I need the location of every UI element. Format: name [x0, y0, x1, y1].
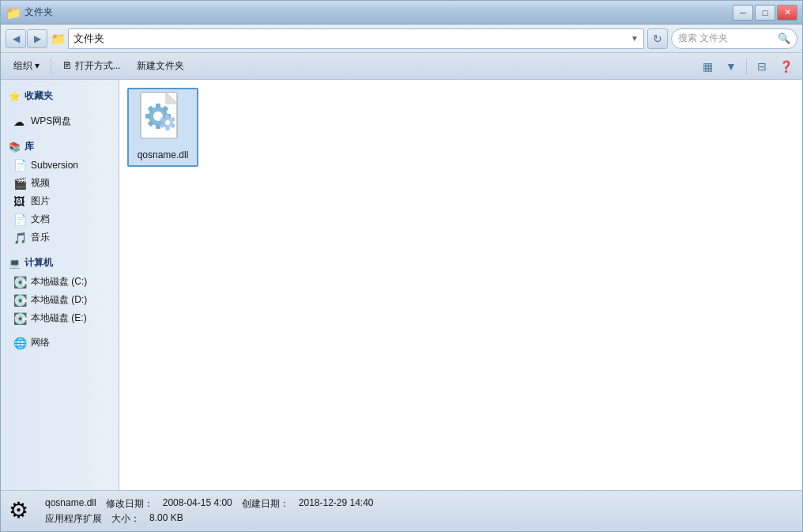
main-area: ⭐ 收藏夹 ☁ WPS网盘 📚 库 📄 Subversion 🎬 视频: [1, 80, 802, 490]
disk-c-icon: 💽: [13, 276, 26, 289]
svg-rect-5: [156, 104, 160, 108]
title-bar: 📁 文件夹 ─ □ ✕: [1, 1, 802, 25]
status-info: qosname.dll 修改日期： 2008-04-15 4:00 创建日期： …: [45, 497, 374, 526]
network-label: 网络: [31, 336, 50, 349]
picture-label: 图片: [31, 194, 50, 208]
sidebar-item-disk-c[interactable]: 💽 本地磁盘 (C:): [1, 273, 119, 291]
toolbar: 组织 ▾ 🖹 打开方式... 新建文件夹 ▦ ▼ ⊟ ❓: [1, 53, 802, 80]
title-controls: ─ □ ✕: [733, 5, 797, 21]
document-label: 文档: [31, 213, 50, 226]
status-filename: qosname.dll: [45, 497, 96, 511]
video-label: 视频: [31, 176, 50, 190]
computer-label: 计算机: [25, 256, 53, 270]
document-icon: 📄: [13, 213, 26, 226]
music-icon: 🎵: [13, 232, 26, 244]
nav-group: ◀ ▶: [6, 29, 47, 48]
status-size-value: 8.00 KB: [149, 512, 183, 526]
sidebar-gap-4: [1, 327, 119, 334]
close-button[interactable]: ✕: [777, 5, 797, 21]
sidebar: ⭐ 收藏夹 ☁ WPS网盘 📚 库 📄 Subversion 🎬 视频: [1, 80, 119, 490]
dll-icon: [138, 91, 188, 146]
file-name: qosname.dll: [138, 149, 189, 160]
sidebar-item-wps[interactable]: ☁ WPS网盘: [1, 112, 119, 130]
search-wrap[interactable]: 搜索 文件夹 🔍: [671, 28, 797, 49]
favorites-label: 收藏夹: [25, 89, 53, 103]
sidebar-computer-header[interactable]: 💻 计算机: [1, 253, 119, 273]
refresh-button[interactable]: ↻: [647, 28, 668, 49]
sidebar-gap-1: [1, 106, 119, 112]
disk-e-icon: 💽: [13, 312, 26, 325]
status-type: 应用程序扩展: [45, 512, 102, 526]
sidebar-library-header[interactable]: 📚 库: [1, 137, 119, 157]
file-item-qosname[interactable]: qosname.dll: [127, 88, 198, 167]
address-bar: ◀ ▶ 📁 文件夹 ▼ ↻ 搜索 文件夹 🔍: [1, 25, 802, 53]
computer-icon: 💻: [9, 258, 21, 269]
title-bar-title: 文件夹: [25, 6, 53, 19]
disk-e-label: 本地磁盘 (E:): [31, 311, 87, 325]
svg-rect-11: [145, 114, 150, 119]
status-created-value: 2018-12-29 14:40: [299, 497, 374, 511]
sidebar-item-subversion[interactable]: 📄 Subversion: [1, 157, 119, 174]
library-label: 库: [25, 140, 34, 153]
status-size-label: 大小：: [111, 512, 140, 526]
disk-d-label: 本地磁盘 (D:): [31, 293, 87, 307]
status-line1: qosname.dll 修改日期： 2008-04-15 4:00 创建日期： …: [45, 497, 374, 511]
status-created-label: 创建日期：: [242, 497, 289, 511]
status-file-icon: ⚙: [9, 497, 37, 526]
sidebar-item-picture[interactable]: 🖼 图片: [1, 192, 119, 210]
status-modified-value: 2008-04-15 4:00: [163, 497, 232, 511]
address-folder-icon: 📁: [51, 32, 65, 46]
title-bar-left: 📁 文件夹: [6, 6, 53, 20]
wps-icon: ☁: [13, 115, 26, 128]
title-folder-icon: 📁: [6, 6, 20, 20]
forward-button[interactable]: ▶: [27, 29, 47, 48]
back-button[interactable]: ◀: [6, 29, 26, 48]
sidebar-item-document[interactable]: 📄 文档: [1, 210, 119, 228]
sidebar-gap-3: [1, 247, 119, 253]
file-area[interactable]: qosname.dll: [119, 80, 802, 490]
view-dropdown-button[interactable]: ▼: [721, 56, 741, 77]
search-placeholder: 搜索 文件夹: [678, 32, 775, 45]
search-icon[interactable]: 🔍: [778, 32, 790, 44]
toolbar-separator-1: [51, 58, 51, 74]
library-icon: 📚: [9, 141, 21, 153]
svg-point-14: [165, 120, 170, 125]
view-toggle-button[interactable]: ▦: [697, 56, 718, 77]
new-folder-button[interactable]: 新建文件夹: [130, 56, 190, 77]
open-with-button[interactable]: 🖹 打开方式...: [56, 56, 126, 77]
toolbar-separator-2: [746, 58, 747, 74]
address-text: 文件夹: [74, 32, 631, 46]
disk-c-label: 本地磁盘 (C:): [31, 275, 87, 289]
picture-icon: 🖼: [13, 195, 26, 208]
sidebar-item-video[interactable]: 🎬 视频: [1, 174, 119, 192]
svg-rect-15: [166, 115, 170, 118]
svg-rect-18: [166, 127, 170, 130]
status-modified-label: 修改日期：: [106, 497, 153, 511]
explorer-window: 📁 文件夹 ─ □ ✕ ◀ ▶ 📁 文件夹 ▼ ↻ 搜索 文件夹 🔍 组织 ▾ …: [0, 0, 803, 532]
svg-rect-9: [156, 124, 160, 129]
star-icon: ⭐: [9, 91, 21, 102]
sidebar-item-disk-d[interactable]: 💽 本地磁盘 (D:): [1, 291, 119, 309]
sidebar-item-music[interactable]: 🎵 音乐: [1, 228, 119, 247]
dll-file-svg: [138, 91, 188, 148]
maximize-button[interactable]: □: [755, 5, 775, 21]
sidebar-gap-2: [1, 130, 119, 137]
network-icon: 🌐: [13, 337, 26, 349]
status-line2: 应用程序扩展 大小： 8.00 KB: [45, 512, 374, 526]
music-label: 音乐: [31, 231, 50, 244]
address-input-wrap[interactable]: 文件夹 ▼: [68, 28, 644, 49]
status-bar: ⚙ qosname.dll 修改日期： 2008-04-15 4:00 创建日期…: [1, 490, 802, 531]
sidebar-item-network[interactable]: 🌐 网络: [1, 334, 119, 352]
address-dropdown-icon[interactable]: ▼: [631, 34, 639, 43]
disk-d-icon: 💽: [13, 294, 26, 307]
wps-label: WPS网盘: [31, 115, 71, 128]
sidebar-favorites-header[interactable]: ⭐ 收藏夹: [1, 86, 119, 106]
help-button[interactable]: ❓: [775, 56, 796, 77]
organize-button[interactable]: 组织 ▾: [7, 56, 46, 77]
pane-toggle-button[interactable]: ⊟: [752, 56, 772, 77]
sidebar-item-disk-e[interactable]: 💽 本地磁盘 (E:): [1, 309, 119, 327]
minimize-button[interactable]: ─: [733, 5, 753, 21]
subversion-label: Subversion: [31, 160, 78, 171]
video-icon: 🎬: [13, 177, 26, 190]
subversion-icon: 📄: [13, 159, 26, 172]
